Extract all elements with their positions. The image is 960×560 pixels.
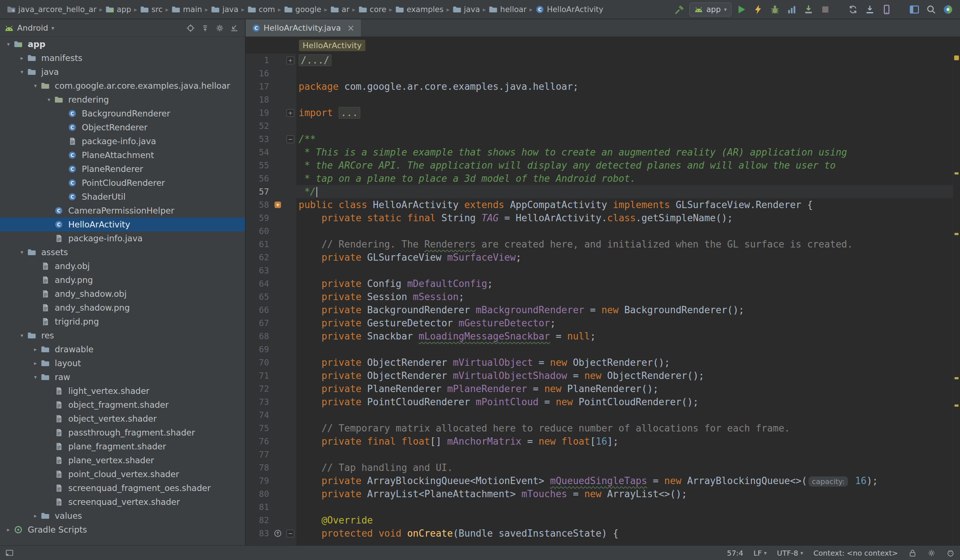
overriding-method-gutter-icon[interactable] <box>271 530 284 538</box>
profile-button[interactable] <box>785 3 798 16</box>
code-text[interactable]: private Session mSession; <box>299 291 464 302</box>
tree-row[interactable]: andy.obj <box>0 259 245 273</box>
tree-row[interactable]: object_fragment.shader <box>0 398 245 412</box>
code-line[interactable]: 76 private final float[] mAnchorMatrix =… <box>246 435 953 448</box>
code-text[interactable]: private ObjectRenderer mVirtualObjectSha… <box>299 370 704 381</box>
build-button[interactable] <box>673 3 686 16</box>
code-line[interactable]: 67 private GestureDetector mGestureDetec… <box>246 317 953 330</box>
breadcrumb-current-class[interactable]: HelloArActivity <box>299 40 365 51</box>
code-text[interactable]: */ <box>299 186 317 197</box>
breadcrumb-item[interactable]: helloar <box>487 4 528 14</box>
caret-position[interactable]: 57:4 <box>727 549 743 557</box>
tree-closed-arrow-icon[interactable]: ▸ <box>3 526 14 533</box>
code-line[interactable]: 57 */ <box>246 185 953 198</box>
highlighting-level-button[interactable] <box>946 549 955 557</box>
run-config-selector[interactable]: app ▾ <box>690 3 731 16</box>
code-text[interactable]: import ... <box>299 107 360 118</box>
warning-stripe-mark[interactable] <box>955 377 958 379</box>
code-line[interactable]: 72 private PlaneRenderer mPlaneRenderer … <box>246 382 953 395</box>
error-stripe[interactable] <box>953 54 960 546</box>
hide-panel-button[interactable] <box>228 22 240 34</box>
tree-row[interactable]: screenquad_vertex.shader <box>0 495 245 509</box>
code-text[interactable]: // Temporary matrix allocated here to re… <box>299 423 790 434</box>
tree-row[interactable]: CObjectRenderer <box>0 120 245 134</box>
collapse-all-button[interactable] <box>199 22 211 34</box>
tree-row[interactable]: CShaderUtil <box>0 190 245 204</box>
code-text[interactable]: private BackgroundRenderer mBackgroundRe… <box>299 304 744 315</box>
code-line[interactable]: 82 @Override <box>246 514 953 527</box>
breadcrumb-item[interactable]: core <box>357 4 388 14</box>
sync-project-button[interactable] <box>846 3 860 16</box>
code-text[interactable]: /.../ <box>299 55 331 66</box>
code-line[interactable]: 52 <box>246 119 953 133</box>
tree-row[interactable]: CCameraPermissionHelper <box>0 204 245 218</box>
code-text[interactable]: protected void onCreate(Bundle savedInst… <box>299 528 619 539</box>
breadcrumb-item[interactable]: main <box>170 4 204 14</box>
tree-row[interactable]: CPlaneAttachment <box>0 148 245 162</box>
warning-stripe-mark[interactable] <box>955 405 958 407</box>
assistant-button[interactable] <box>941 3 955 16</box>
breadcrumb-item[interactable]: examples <box>394 4 445 14</box>
code-text[interactable]: * This is a simple example that shows ho… <box>299 147 847 158</box>
code-line[interactable]: 81 <box>246 501 953 514</box>
tree-row[interactable]: ▾raw <box>0 370 245 384</box>
code-line[interactable]: 78 // Tap handling and UI. <box>246 461 953 474</box>
breadcrumb-item[interactable]: java <box>209 4 240 14</box>
code-text[interactable]: private final float[] mAnchorMatrix = ne… <box>299 436 619 447</box>
locate-file-button[interactable] <box>184 22 197 34</box>
code-line[interactable]: 1+/.../ <box>246 54 953 67</box>
sdk-manager-button[interactable] <box>863 3 877 16</box>
tree-row[interactable]: ▾java <box>0 65 245 79</box>
tree-row[interactable]: light_vertex.shader <box>0 384 245 398</box>
code-line[interactable]: 77 <box>246 448 953 461</box>
tree-open-arrow-icon[interactable]: ▾ <box>16 249 27 256</box>
code-text[interactable]: private ObjectRenderer mVirtualObject = … <box>299 357 670 368</box>
code-text[interactable]: private Config mDefaultConfig; <box>299 278 493 289</box>
tree-closed-arrow-icon[interactable]: ▸ <box>30 346 41 353</box>
tree-closed-arrow-icon[interactable]: ▸ <box>30 360 41 366</box>
fold-minus-icon[interactable]: − <box>284 136 296 143</box>
tree-open-arrow-icon[interactable]: ▾ <box>30 374 41 381</box>
tree-row[interactable]: ▾app <box>0 37 245 51</box>
tree-open-arrow-icon[interactable]: ▾ <box>16 69 27 75</box>
code-line[interactable]: 61 // Rendering. The Renderers are creat… <box>246 238 953 251</box>
code-line[interactable]: 74 <box>246 408 953 422</box>
code-text[interactable]: // Tap handling and UI. <box>299 462 453 473</box>
code-text[interactable]: private static final String TAG = HelloA… <box>299 213 733 223</box>
breadcrumb-item[interactable]: src <box>138 4 165 14</box>
code-line[interactable]: 19+import ... <box>246 106 953 119</box>
code-text[interactable]: private Snackbar mLoadingMessageSnackbar… <box>299 331 596 342</box>
tree-row[interactable]: package-info.java <box>0 232 245 245</box>
code-line[interactable]: 73 private PointCloudRenderer mPointClou… <box>246 395 953 408</box>
code-text[interactable]: * the ARCore API. The application will d… <box>299 160 835 171</box>
warning-stripe-mark[interactable] <box>955 233 958 235</box>
tree-row[interactable]: CPointCloudRenderer <box>0 176 245 190</box>
run-button[interactable] <box>734 3 748 16</box>
code-text[interactable]: private GestureDetector mGestureDetector… <box>299 318 555 328</box>
tree-closed-arrow-icon[interactable]: ▸ <box>30 512 41 519</box>
line-separator-selector[interactable]: LF ▾ <box>754 549 766 557</box>
tree-row[interactable]: ▾rendering <box>0 93 245 107</box>
tree-row[interactable]: ▾res <box>0 328 245 342</box>
tree-row[interactable]: CBackgroundRenderer <box>0 107 245 120</box>
class-marker-gutter-icon[interactable] <box>271 201 284 209</box>
code-line[interactable]: 71 private ObjectRenderer mVirtualObject… <box>246 369 953 382</box>
fold-minus-icon[interactable]: − <box>284 530 296 538</box>
apply-changes-button[interactable] <box>751 3 765 16</box>
tree-row[interactable]: ▸drawable <box>0 342 245 356</box>
code-line[interactable]: 80 private ArrayList<PlaneAttachment> mT… <box>246 487 953 501</box>
close-tab-icon[interactable]: × <box>347 24 354 32</box>
tree-row[interactable]: ▾com.google.ar.core.examples.java.helloa… <box>0 79 245 93</box>
code-text[interactable]: public class HelloArActivity extends App… <box>299 199 813 210</box>
code-line[interactable]: 60 <box>246 224 953 238</box>
code-line[interactable]: 17package com.google.ar.core.examples.ja… <box>246 80 953 93</box>
code-text[interactable]: // Rendering. The Renderers are created … <box>299 239 853 250</box>
code-line[interactable]: 18 <box>246 93 953 106</box>
code-text[interactable]: private ArrayBlockingQueue<MotionEvent> … <box>299 475 878 486</box>
code-line[interactable]: 58public class HelloArActivity extends A… <box>246 198 953 211</box>
run-context-widget[interactable]: Context: <no context> <box>813 549 898 557</box>
breadcrumb-item[interactable]: ar <box>328 4 352 14</box>
editor-tab[interactable]: C HelloArActivity.java × <box>246 19 362 37</box>
breadcrumb-item[interactable]: com <box>246 4 277 14</box>
tree-open-arrow-icon[interactable]: ▾ <box>3 41 14 48</box>
